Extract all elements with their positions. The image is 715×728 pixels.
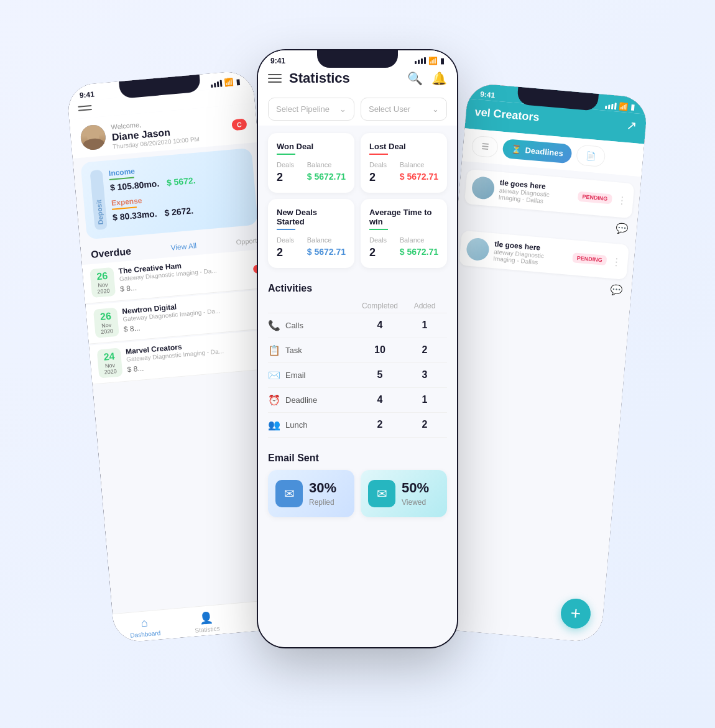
nav-stats-label: Statistics — [195, 625, 220, 634]
deadline-tab-icon: ⏳ — [511, 144, 522, 154]
lost-balance-label: Balance — [400, 161, 438, 168]
stat-card-new: New Deals Started Deals 2 Balance $ 5672… — [268, 199, 354, 268]
activities-section: Activities Completed Added 📞 Calls 4 1 — [258, 275, 457, 445]
three-dots-2[interactable]: ⋮ — [611, 255, 622, 267]
overdue-info-3: Marvel Creators Gateway Diagnostic Imagi… — [125, 336, 256, 376]
avg-title: Average Time to win — [369, 208, 438, 226]
share-icon[interactable]: ↗ — [626, 117, 638, 133]
task-added: 2 — [402, 344, 447, 356]
tab-doc[interactable]: 📄 — [576, 144, 606, 167]
email-replied-label: Replied — [309, 498, 334, 507]
search-icon[interactable]: 🔍 — [407, 71, 423, 86]
finance-card: Deposit Income $ 105.80mo. $ 5672. Expen… — [80, 147, 258, 239]
stats-icon: 👤 — [199, 611, 214, 625]
wifi-left: 📶 — [224, 77, 234, 86]
status-icons-center: 📶 ▮ — [415, 57, 445, 65]
avg-balance-label: Balance — [400, 236, 438, 244]
email-viewed-card: ✉ 50% Viewed — [361, 470, 447, 517]
email-replied-info: 30% Replied — [309, 480, 347, 507]
lost-deal-title: Lost Deal — [369, 142, 438, 151]
avg-deals-label: Deals — [369, 236, 387, 244]
deadline-icon: ⏰ — [268, 394, 280, 406]
stat-card-lost: Lost Deal Deals 2 Balance $ 5672.71 — [361, 133, 447, 193]
new-balance-val: $ 5672.71 — [307, 247, 346, 257]
overdue-info-1: The Creative Ham Gateway Diagnostic Imag… — [118, 256, 249, 295]
lost-deals-label: Deals — [369, 161, 387, 168]
expense-mo: $ 80.33mo. — [112, 208, 157, 222]
user-select[interactable]: Select User ⌄ — [361, 98, 447, 121]
new-underline — [277, 229, 295, 230]
overdue-info-2: Newtron Digital Gateway Diagnostic Imagi… — [122, 295, 253, 335]
task-label: Task — [285, 346, 302, 355]
email-added: 3 — [402, 369, 447, 380]
deadline-added: 1 — [402, 394, 447, 405]
battery-center: ▮ — [440, 57, 445, 65]
fab-icon: + — [570, 603, 581, 624]
stat-card-won: Won Deal Deals 2 Balance $ 5672.71 — [268, 133, 354, 193]
opport-label: Opport — [236, 236, 257, 246]
year-1: 2020 — [95, 287, 112, 295]
activities-title: Activities — [268, 283, 447, 294]
calls-icon: 📞 — [268, 320, 280, 331]
new-deals-val: 2 — [277, 246, 283, 259]
bell-icon[interactable]: 🔔 — [431, 71, 447, 86]
lunch-label: Lunch — [285, 420, 307, 430]
time-left: 9:41 — [79, 90, 95, 99]
tab-deadlines[interactable]: ⏳ Deadlines — [502, 138, 573, 164]
view-all-link[interactable]: View All — [170, 241, 197, 252]
year-3: 2020 — [102, 367, 119, 375]
signal-left — [211, 80, 223, 88]
pending-badge-1: PENDING — [578, 191, 612, 204]
chat-icon-2[interactable]: 💬 — [610, 283, 624, 296]
email-act-label: Email — [285, 371, 306, 380]
welcome-label: Welcome, — [111, 121, 142, 131]
pipeline-chevron-icon: ⌄ — [339, 104, 346, 114]
task-icon: 📋 — [268, 344, 280, 356]
stats-header: Statistics 🔍 🔔 — [258, 67, 457, 93]
welcome-text: Welcome, Diane Jason Thursday 08/20/2020… — [111, 111, 227, 150]
list-tab-icon: ☰ — [481, 141, 489, 151]
email-viewed-label: Viewed — [402, 498, 426, 507]
avg-underline — [369, 229, 388, 230]
income-item: Income $ 105.80mo. $ 5672. — [108, 157, 245, 192]
won-underline — [277, 154, 295, 155]
overdue-title: Overdue — [91, 246, 132, 260]
stats-title: Statistics — [289, 70, 350, 86]
email-viewed-info: 50% Viewed — [402, 480, 440, 507]
act-type-header — [268, 302, 358, 310]
act-completed-header: Completed — [358, 302, 402, 310]
email-replied-icon: ✉ — [275, 480, 303, 507]
activity-calls: 📞 Calls 4 1 — [268, 313, 447, 338]
act-added-header: Added — [402, 302, 447, 310]
activity-lunch: 👥 Lunch 2 2 — [268, 413, 447, 438]
signal-center — [415, 57, 426, 64]
nav-dashboard[interactable]: ⌂ Dashboard — [113, 614, 177, 641]
three-dots-1[interactable]: ⋮ — [616, 193, 627, 206]
stats-grid: Won Deal Deals 2 Balance $ 5672.71 — [258, 126, 457, 275]
activity-email: ✉️ Email 5 3 — [268, 363, 447, 388]
notch-center — [317, 50, 398, 68]
signal-right — [605, 101, 617, 109]
expense-total: $ 2672. — [164, 205, 194, 218]
home-icon: ⌂ — [141, 616, 149, 630]
notification-badge[interactable]: C — [231, 117, 247, 130]
task-completed: 10 — [358, 344, 402, 356]
battery-left: ▮ — [236, 76, 241, 86]
avg-deals-val: 2 — [369, 246, 376, 259]
chat-icon-1[interactable]: 💬 — [615, 222, 629, 235]
won-deals-label: Deals — [277, 161, 294, 168]
calls-completed: 4 — [358, 320, 402, 331]
email-viewed-icon: ✉ — [368, 480, 395, 507]
won-deals-val: 2 — [277, 171, 283, 183]
menu-button-center[interactable] — [268, 74, 282, 83]
email-section: Email Sent ✉ 30% Replied ✉ 50% Viewed — [258, 445, 457, 527]
nav-statistics[interactable]: 👤 Statistics — [175, 608, 239, 635]
tab-list[interactable]: ☰ — [471, 135, 499, 158]
nav-dashboard-label: Dashboard — [130, 629, 161, 638]
day-1: 26 — [94, 270, 111, 282]
overdue-list: 26 Nov 2020 The Creative Ham Gateway Dia… — [82, 249, 279, 384]
pipeline-select[interactable]: Select Pipeline ⌄ — [268, 98, 354, 121]
email-replied-pct: 30% — [309, 480, 336, 495]
day-3: 24 — [101, 350, 118, 362]
avatar-left — [80, 123, 106, 150]
